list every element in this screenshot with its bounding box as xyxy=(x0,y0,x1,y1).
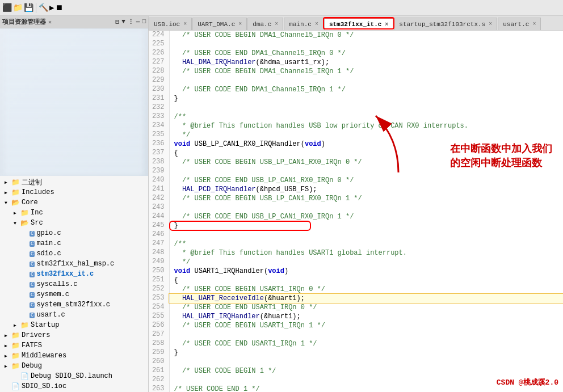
toolbar-icon-3[interactable]: 💾 xyxy=(24,3,33,12)
toolbar-icon-5[interactable]: ▶ xyxy=(49,3,54,12)
code-line-248[interactable]: * @brief This function handles USART1 gl… xyxy=(169,248,563,258)
code-line-231[interactable]: } xyxy=(169,94,563,103)
sidebar-header-icons: ⊟ ▼ ⋮ — □ xyxy=(116,18,146,26)
tree-item-stm32f1xx_hal_msp.c[interactable]: Cstm32f1xx_hal_msp.c xyxy=(0,259,148,269)
sidebar-icon-min[interactable]: — xyxy=(136,18,140,26)
tree-item-src[interactable]: ▼📂Src xyxy=(0,218,148,228)
sidebar-icon-more[interactable]: ⋮ xyxy=(128,18,134,26)
line-number-245: 245 xyxy=(149,221,169,230)
tree-item-gpio.c[interactable]: Cgpio.c xyxy=(0,228,148,238)
code-line-262[interactable] xyxy=(169,376,563,385)
tab-close-icon[interactable]: × xyxy=(385,22,388,28)
code-line-250[interactable]: void USART1_IRQHandler(void) xyxy=(169,267,563,276)
code-line-228[interactable]: /* USER CODE BEGIN DMA1_Channel5_IRQn 1 … xyxy=(169,67,563,76)
code-line-260[interactable] xyxy=(169,357,563,366)
tree-item-fatfs[interactable]: ▶📁FATFS xyxy=(0,340,148,351)
code-line-240[interactable]: /* USER CODE END USB_LP_CAN1_RX0_IRQn 0 … xyxy=(169,176,563,185)
tree-item-startup[interactable]: ▶📁Startup xyxy=(0,320,148,330)
tree-item-main.c[interactable]: Cmain.c xyxy=(0,238,148,248)
code-line-261[interactable]: /* USER CODE BEGIN 1 */ xyxy=(169,366,563,376)
code-line-225[interactable] xyxy=(169,40,563,49)
tab-close-icon[interactable]: × xyxy=(183,21,187,27)
toolbar-icon-1[interactable]: ⬛ xyxy=(2,3,12,12)
code-line-238[interactable]: /* USER CODE BEGIN USB_LP_CAN1_RX0_IRQn … xyxy=(169,158,563,167)
code-line-232[interactable] xyxy=(169,103,563,112)
tab-close-icon[interactable]: × xyxy=(315,21,318,27)
tree-icon-folder: 📁 xyxy=(11,342,20,350)
tree-item-二进制[interactable]: ▶📁二进制 xyxy=(0,177,148,187)
tree-item-usart.c[interactable]: Cusart.c xyxy=(0,310,148,320)
tab-UART-DMA-c[interactable]: UART_DMA.c× xyxy=(192,18,247,30)
tab-usart-c[interactable]: usart.c× xyxy=(498,18,541,30)
tab-bar: USB.ioc×UART_DMA.c×dma.c×main.c×stm32f1x… xyxy=(149,16,563,31)
code-line-230[interactable]: /* USER CODE END DMA1_Channel5_IRQn 1 */ xyxy=(169,85,563,94)
code-line-234[interactable]: * @brief This function handles USB low p… xyxy=(169,121,563,130)
sidebar-icon-max[interactable]: □ xyxy=(142,18,146,26)
code-line-242[interactable]: /* USER CODE BEGIN USB_LP_CAN1_RX0_IRQn … xyxy=(169,194,563,203)
tree-item-core[interactable]: ▼📂Core xyxy=(0,197,148,208)
tab-main-c[interactable]: main.c× xyxy=(284,18,323,30)
code-line-235[interactable]: */ xyxy=(169,130,563,140)
tree-item-system_stm32f1xx.c[interactable]: Csystem_stm32f1xx.c xyxy=(0,300,148,310)
tree-icon-folder: 📁 xyxy=(11,188,20,197)
code-line-227[interactable]: HAL_DMA_IRQHandler(&hdma_usart1_rx); xyxy=(169,58,563,67)
tree-arrow: ▼ xyxy=(14,221,20,226)
tree-item-debug-sdio_sd.launch[interactable]: 📄Debug SDIO_SD.launch xyxy=(0,371,148,381)
tree-item-includes[interactable]: ▶📁Includes xyxy=(0,187,148,197)
code-line-246[interactable] xyxy=(169,230,563,239)
tab-dma-c[interactable]: dma.c× xyxy=(247,18,283,30)
tree-item-syscalls.c[interactable]: Csyscalls.c xyxy=(0,279,148,289)
tab-startup-stm32f103rctx-s[interactable]: startup_stm32f103rctx.s× xyxy=(394,18,497,30)
code-line-237[interactable]: { xyxy=(169,149,563,158)
tree-item-debug[interactable]: ▶📁Debug xyxy=(0,361,148,371)
code-line-258[interactable]: /* USER CODE END USART1_IRQn 1 */ xyxy=(169,339,563,348)
code-line-239[interactable] xyxy=(169,167,563,176)
code-line-263[interactable]: /* USER CODE END 1 */ xyxy=(169,385,563,392)
code-line-241[interactable]: HAL_PCD_IRQHandler(&hpcd_USB_FS); xyxy=(169,185,563,194)
code-editor[interactable]: 224 /* USER CODE BEGIN DMA1_Channel5_IRQ… xyxy=(149,31,563,392)
code-line-259[interactable]: } xyxy=(169,348,563,357)
tree-item-sysmem.c[interactable]: Csysmem.c xyxy=(0,289,148,300)
code-line-233[interactable]: /** xyxy=(169,112,563,121)
tree-arrow: ▼ xyxy=(5,200,11,205)
code-line-244[interactable]: /* USER CODE END USB_LP_CAN1_RX0_IRQn 1 … xyxy=(169,212,563,221)
code-line-254[interactable]: /* USER CODE END USART1_IRQn 0 */ xyxy=(169,303,563,312)
tab-close-icon[interactable]: × xyxy=(238,21,242,27)
line-number-262: 262 xyxy=(149,376,169,385)
code-row-253: 253 HAL_UART_ReceiveIdle(&huart1); xyxy=(149,294,563,303)
tab-close-icon[interactable]: × xyxy=(489,21,492,27)
tree-item-sdio.c[interactable]: Csdio.c xyxy=(0,248,148,259)
tree-item-inc[interactable]: ▶📁Inc xyxy=(0,208,148,218)
tab-USB-ioc[interactable]: USB.ioc× xyxy=(149,18,192,30)
tree-label: Middlewares xyxy=(22,352,66,360)
code-line-255[interactable]: HAL_UART_IRQHandler(&huart1); xyxy=(169,312,563,321)
tab-close-icon[interactable]: × xyxy=(532,21,536,27)
tab-stm32f1xx-it-c[interactable]: stm32f1xx_it.c× xyxy=(324,18,393,30)
code-line-256[interactable]: /* USER CODE BEGIN USART1_IRQn 1 */ xyxy=(169,321,563,330)
tree-icon-file-c: C xyxy=(30,311,35,319)
tree-icon-file-c: C xyxy=(30,260,35,268)
sidebar-icon-collapse[interactable]: ⊟ xyxy=(116,18,120,26)
code-line-224[interactable]: /* USER CODE BEGIN DMA1_Channel5_IRQn 0 … xyxy=(169,31,563,40)
toolbar-icon-6[interactable]: ⏹ xyxy=(55,3,63,12)
code-line-253[interactable]: HAL_UART_ReceiveIdle(&huart1); xyxy=(169,294,563,303)
tree-item-sdio_sd.ioc[interactable]: 📄SDIO_SD.ioc xyxy=(0,381,148,391)
code-line-226[interactable]: /* USER CODE END DMA1_Channel5_IRQn 0 */ xyxy=(169,49,563,58)
tree-item-middlewares[interactable]: ▶📁Middlewares xyxy=(0,351,148,361)
tree-item-drivers[interactable]: ▶📁Drivers xyxy=(0,330,148,340)
tab-close-icon[interactable]: × xyxy=(275,21,278,27)
tree-item-stm32f1xx_it.c[interactable]: Cstm32f1xx_it.c xyxy=(0,269,148,279)
toolbar-icon-4[interactable]: 🔨 xyxy=(39,3,48,12)
code-line-236[interactable]: void USB_LP_CAN1_RX0_IRQHandler(void) xyxy=(169,140,563,149)
code-line-247[interactable]: /** xyxy=(169,239,563,248)
code-line-245[interactable]: } xyxy=(169,221,563,230)
code-line-252[interactable]: /* USER CODE BEGIN USART1_IRQn 0 */ xyxy=(169,285,563,294)
code-row-226: 226 /* USER CODE END DMA1_Channel5_IRQn … xyxy=(149,49,563,58)
code-line-243[interactable] xyxy=(169,203,563,212)
toolbar-icon-2[interactable]: 📁 xyxy=(13,3,23,12)
code-line-229[interactable] xyxy=(169,76,563,85)
code-line-249[interactable]: */ xyxy=(169,258,563,267)
code-line-251[interactable]: { xyxy=(169,276,563,285)
sidebar-icon-filter[interactable]: ▼ xyxy=(121,18,125,26)
code-line-257[interactable] xyxy=(169,330,563,339)
